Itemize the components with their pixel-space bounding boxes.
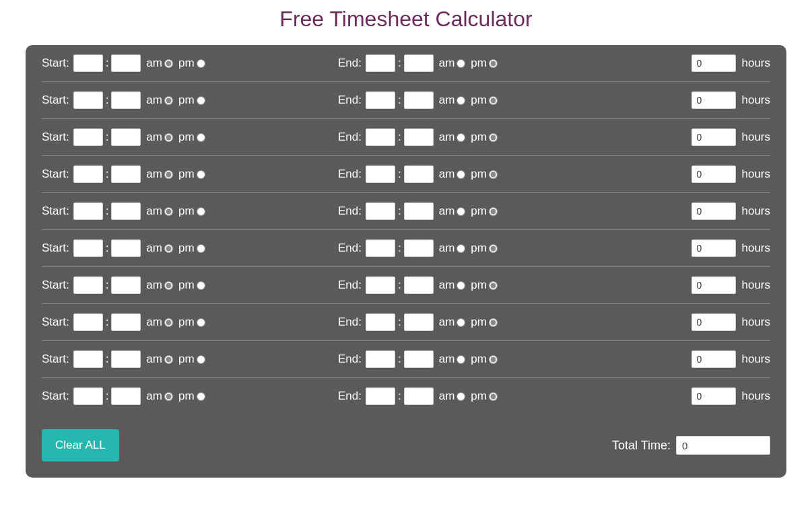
end-am-radio[interactable] bbox=[456, 392, 465, 401]
end-pm-radio[interactable] bbox=[489, 392, 498, 401]
start-hour-input[interactable] bbox=[73, 202, 103, 220]
start-minute-input[interactable] bbox=[111, 313, 141, 331]
end-minute-input[interactable] bbox=[404, 91, 434, 109]
start-am-radio[interactable] bbox=[164, 59, 173, 68]
end-hour-input[interactable] bbox=[366, 313, 395, 331]
end-pm-label: pm bbox=[471, 205, 487, 218]
end-am-radio[interactable] bbox=[456, 207, 465, 216]
hours-input[interactable] bbox=[691, 128, 736, 146]
start-am-radio[interactable] bbox=[164, 133, 173, 142]
start-am-radio[interactable] bbox=[164, 318, 173, 327]
start-am-radio[interactable] bbox=[164, 355, 173, 364]
end-pm-radio[interactable] bbox=[489, 59, 498, 68]
timesheet-row: Start: : am pm End: : am pm hours bbox=[42, 45, 770, 82]
hours-input[interactable] bbox=[691, 165, 736, 183]
hours-label: hours bbox=[741, 94, 770, 107]
start-pm-label: pm bbox=[178, 57, 195, 70]
clear-all-button[interactable]: Clear ALL bbox=[42, 429, 119, 461]
start-pm-label: pm bbox=[178, 94, 195, 107]
end-am-radio[interactable] bbox=[456, 96, 465, 105]
end-am-radio[interactable] bbox=[456, 281, 465, 290]
end-hour-input[interactable] bbox=[366, 54, 395, 72]
end-minute-input[interactable] bbox=[404, 313, 434, 331]
start-minute-input[interactable] bbox=[111, 54, 141, 72]
start-minute-input[interactable] bbox=[111, 387, 141, 405]
start-hour-input[interactable] bbox=[73, 350, 103, 368]
end-hour-input[interactable] bbox=[366, 239, 395, 257]
start-minute-input[interactable] bbox=[111, 165, 141, 183]
hours-input[interactable] bbox=[691, 387, 736, 405]
end-pm-radio[interactable] bbox=[489, 244, 498, 253]
end-pm-radio[interactable] bbox=[489, 96, 498, 105]
end-minute-input[interactable] bbox=[404, 239, 434, 257]
hours-input[interactable] bbox=[691, 350, 736, 368]
start-minute-input[interactable] bbox=[111, 276, 141, 294]
start-pm-radio[interactable] bbox=[197, 207, 205, 216]
end-pm-radio[interactable] bbox=[489, 170, 498, 179]
start-minute-input[interactable] bbox=[111, 202, 141, 220]
end-minute-input[interactable] bbox=[404, 165, 434, 183]
hours-input[interactable] bbox=[691, 202, 736, 220]
end-minute-input[interactable] bbox=[404, 387, 434, 405]
end-am-radio[interactable] bbox=[456, 355, 465, 364]
total-time-input[interactable] bbox=[676, 436, 770, 455]
hours-input[interactable] bbox=[691, 91, 736, 109]
start-hour-input[interactable] bbox=[73, 387, 103, 405]
start-hour-input[interactable] bbox=[73, 91, 103, 109]
start-am-radio[interactable] bbox=[164, 392, 173, 401]
end-pm-radio[interactable] bbox=[489, 355, 498, 364]
start-hour-input[interactable] bbox=[73, 313, 103, 331]
start-hour-input[interactable] bbox=[73, 239, 103, 257]
end-pm-radio[interactable] bbox=[489, 133, 498, 142]
start-am-radio[interactable] bbox=[164, 207, 173, 216]
end-hour-input[interactable] bbox=[366, 387, 395, 405]
hours-input[interactable] bbox=[691, 54, 736, 72]
start-pm-radio[interactable] bbox=[197, 244, 205, 253]
end-am-radio[interactable] bbox=[456, 170, 465, 179]
start-am-radio[interactable] bbox=[164, 244, 173, 253]
start-pm-radio[interactable] bbox=[197, 96, 205, 105]
end-pm-radio[interactable] bbox=[489, 281, 498, 290]
end-am-radio[interactable] bbox=[456, 59, 465, 68]
hours-input[interactable] bbox=[691, 313, 736, 331]
start-pm-radio[interactable] bbox=[197, 59, 205, 68]
start-minute-input[interactable] bbox=[111, 350, 141, 368]
hours-input[interactable] bbox=[691, 239, 736, 257]
start-minute-input[interactable] bbox=[111, 128, 141, 146]
start-pm-radio[interactable] bbox=[197, 392, 205, 401]
start-hour-input[interactable] bbox=[73, 54, 103, 72]
end-pm-radio[interactable] bbox=[489, 318, 498, 327]
start-minute-input[interactable] bbox=[111, 91, 141, 109]
timesheet-row: Start: : am pm End: : am pm hours bbox=[42, 119, 770, 156]
end-hour-input[interactable] bbox=[366, 202, 395, 220]
end-am-radio[interactable] bbox=[456, 318, 465, 327]
end-minute-input[interactable] bbox=[404, 54, 434, 72]
end-minute-input[interactable] bbox=[404, 350, 434, 368]
start-hour-input[interactable] bbox=[73, 165, 103, 183]
start-am-radio[interactable] bbox=[164, 96, 173, 105]
end-am-radio[interactable] bbox=[456, 244, 465, 253]
end-hour-input[interactable] bbox=[366, 128, 395, 146]
end-hour-input[interactable] bbox=[366, 350, 395, 368]
start-pm-radio[interactable] bbox=[197, 355, 205, 364]
end-hour-input[interactable] bbox=[366, 165, 395, 183]
start-pm-radio[interactable] bbox=[197, 170, 205, 179]
end-am-radio[interactable] bbox=[456, 133, 465, 142]
start-pm-radio[interactable] bbox=[197, 318, 205, 327]
start-pm-radio[interactable] bbox=[197, 133, 205, 142]
start-minute-input[interactable] bbox=[111, 239, 141, 257]
start-am-radio[interactable] bbox=[164, 281, 173, 290]
start-hour-input[interactable] bbox=[73, 276, 103, 294]
start-pm-radio[interactable] bbox=[197, 281, 205, 290]
end-group: End: : am pm bbox=[338, 350, 594, 368]
end-minute-input[interactable] bbox=[404, 276, 434, 294]
end-minute-input[interactable] bbox=[404, 202, 434, 220]
hours-input[interactable] bbox=[691, 276, 736, 294]
end-hour-input[interactable] bbox=[366, 276, 395, 294]
hours-group: hours bbox=[691, 91, 770, 109]
end-pm-radio[interactable] bbox=[489, 207, 498, 216]
end-minute-input[interactable] bbox=[404, 128, 434, 146]
start-hour-input[interactable] bbox=[73, 128, 103, 146]
end-hour-input[interactable] bbox=[366, 91, 395, 109]
start-am-radio[interactable] bbox=[164, 170, 173, 179]
